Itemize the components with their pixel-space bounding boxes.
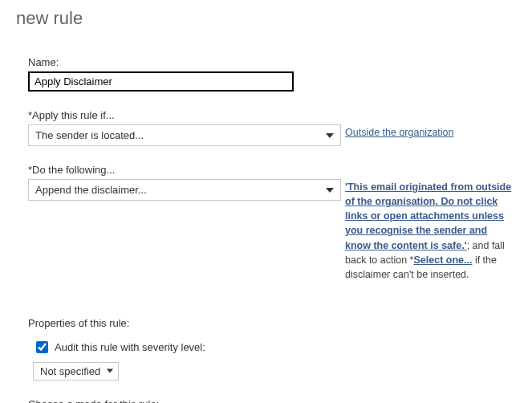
mode-heading: Choose a mode for this rule:	[28, 398, 516, 403]
severity-selected-text: Not specified	[40, 365, 100, 377]
condition-select[interactable]: The sender is located...	[28, 124, 341, 146]
action-select[interactable]: Append the disclaimer...	[28, 179, 341, 201]
condition-label: *Apply this rule if...	[28, 109, 345, 121]
fallback-select-link[interactable]: Select one...	[413, 254, 472, 266]
name-label: Name:	[28, 56, 516, 68]
condition-selected-text: The sender is located...	[35, 129, 144, 141]
action-label: *Do the following...	[28, 164, 345, 176]
properties-heading: Properties of this rule:	[28, 317, 516, 329]
condition-value-link[interactable]: Outside the organization	[345, 127, 454, 138]
chevron-down-icon	[326, 188, 334, 193]
chevron-down-icon	[326, 133, 334, 138]
audit-label: Audit this rule with severity level:	[55, 341, 205, 353]
chevron-down-icon	[107, 369, 113, 373]
page-title: new rule	[16, 8, 516, 29]
audit-checkbox[interactable]	[36, 341, 48, 353]
name-input[interactable]	[28, 71, 294, 92]
severity-select[interactable]: Not specified	[33, 362, 119, 381]
action-selected-text: Append the disclaimer...	[35, 184, 147, 196]
